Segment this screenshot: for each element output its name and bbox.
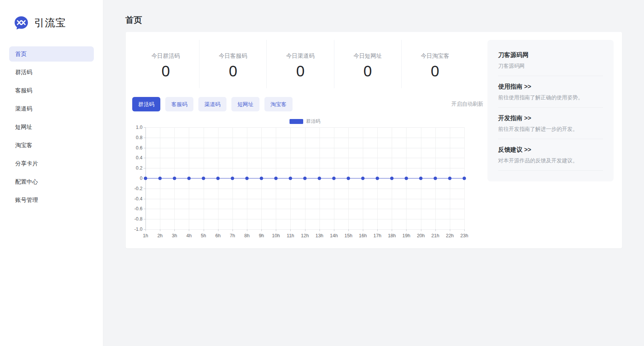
sidebar-item-渠道码[interactable]: 渠道码 <box>9 101 94 116</box>
y-tick-label: 0.6 <box>130 145 142 151</box>
tab-渠道码[interactable]: 渠道码 <box>198 97 226 111</box>
x-tick-label: 18h <box>388 233 396 238</box>
info-section-desc: 刀客源码网 <box>498 63 603 70</box>
data-point <box>216 177 220 180</box>
sidebar-item-配置中心[interactable]: 配置中心 <box>9 174 94 189</box>
x-axis-tick <box>146 229 146 231</box>
x-axis-tick <box>320 229 320 231</box>
data-point <box>173 177 176 180</box>
sidebar-item-分享卡片[interactable]: 分享卡片 <box>9 156 94 171</box>
x-axis-tick <box>334 229 334 231</box>
x-tick-label: 3h <box>172 233 177 238</box>
auto-refresh-toggle[interactable]: 开启自动刷新 <box>451 101 483 108</box>
stat-value: 0 <box>402 63 468 80</box>
x-axis-tick <box>160 229 160 231</box>
stat-card-2: 今日渠道码0 <box>267 40 334 88</box>
main-content: 首页 今日群活码0今日客服码0今日渠道码0今日短网址0今日淘宝客0 群活码客服码… <box>103 0 644 346</box>
info-section-title[interactable]: 开发指南 >> <box>498 114 603 122</box>
dashboard-card: 今日群活码0今日客服码0今日渠道码0今日短网址0今日淘宝客0 群活码客服码渠道码… <box>126 32 622 248</box>
data-point <box>419 177 422 180</box>
x-tick-label: 23h <box>460 233 468 238</box>
sidebar-item-短网址[interactable]: 短网址 <box>9 119 94 135</box>
x-tick-label: 16h <box>359 233 367 238</box>
x-tick-label: 1h <box>143 233 148 238</box>
data-point <box>289 177 292 180</box>
sidebar-item-群活码[interactable]: 群活码 <box>9 65 94 80</box>
x-tick-label: 12h <box>301 233 309 238</box>
data-point <box>434 177 437 180</box>
data-point <box>158 177 162 180</box>
y-tick-label: -0.4 <box>130 196 142 202</box>
sidebar-item-客服码[interactable]: 客服码 <box>9 83 94 98</box>
tab-客服码[interactable]: 客服码 <box>165 97 193 111</box>
x-tick-label: 21h <box>431 233 439 238</box>
x-axis-tick <box>305 229 305 231</box>
chat-bubble-xx-icon <box>14 15 29 30</box>
tab-淘宝客[interactable]: 淘宝客 <box>264 97 293 111</box>
sidebar-item-首页[interactable]: 首页 <box>9 46 94 62</box>
data-point <box>245 177 248 180</box>
y-tick-label: 1.0 <box>130 125 142 130</box>
data-point <box>187 177 191 180</box>
x-axis-tick <box>363 229 363 231</box>
stat-card-4: 今日淘宝客0 <box>402 40 468 88</box>
chart-legend[interactable]: 群活码 <box>146 117 464 125</box>
legend-label: 群活码 <box>306 118 321 125</box>
stats-row: 今日群活码0今日客服码0今日渠道码0今日短网址0今日淘宝客0 <box>132 40 468 88</box>
stat-value: 0 <box>199 63 266 80</box>
sidebar-item-淘宝客[interactable]: 淘宝客 <box>9 138 94 153</box>
stat-label: 今日淘宝客 <box>402 52 468 60</box>
x-axis-tick <box>290 229 291 231</box>
x-tick-label: 14h <box>330 233 338 238</box>
x-axis-tick <box>435 229 436 231</box>
x-axis-tick <box>218 229 218 231</box>
x-tick-label: 20h <box>417 233 425 238</box>
data-point <box>144 177 147 180</box>
data-point <box>448 177 451 180</box>
info-section-desc: 前往使用指南了解正确的使用姿势。 <box>498 94 603 101</box>
data-point <box>405 177 408 180</box>
tab-短网址[interactable]: 短网址 <box>231 97 259 111</box>
page-title: 首页 <box>125 14 142 26</box>
x-tick-label: 11h <box>286 233 294 238</box>
y-tick-label: 0.2 <box>130 165 142 171</box>
y-tick-label: 0.8 <box>130 135 142 140</box>
stat-label: 今日群活码 <box>132 52 199 60</box>
x-tick-label: 5h <box>201 233 206 238</box>
chart: 群活码 1.00.80.60.40.20-0.2-0.4-0.6-0.8-1.0… <box>132 117 483 229</box>
x-tick-label: 2h <box>157 233 163 238</box>
info-section-title[interactable]: 刀客源码网 <box>498 51 603 59</box>
y-tick-label: -0.6 <box>130 206 142 211</box>
brand-logo[interactable]: 引流宝 <box>0 0 103 30</box>
stat-value: 0 <box>267 63 334 80</box>
stat-card-3: 今日短网址0 <box>334 40 402 88</box>
sidebar-item-账号管理[interactable]: 账号管理 <box>9 192 94 208</box>
stat-label: 今日客服码 <box>199 52 266 60</box>
y-tick-label: -1.0 <box>130 227 142 232</box>
x-tick-label: 13h <box>315 233 323 238</box>
x-axis-tick <box>276 229 276 231</box>
x-tick-label: 6h <box>215 233 221 238</box>
x-axis-tick <box>392 229 392 231</box>
data-point <box>260 177 263 180</box>
info-section-title[interactable]: 使用指南 >> <box>498 83 603 91</box>
app-root: 引流宝 首页群活码客服码渠道码短网址淘宝客分享卡片配置中心账号管理 首页 今日群… <box>0 0 644 346</box>
y-tick-label: -0.8 <box>130 216 142 222</box>
brand-name: 引流宝 <box>34 16 66 30</box>
sidebar: 引流宝 首页群活码客服码渠道码短网址淘宝客分享卡片配置中心账号管理 <box>0 0 103 346</box>
data-point <box>376 177 379 180</box>
x-axis-tick <box>247 229 247 231</box>
data-point <box>318 177 321 180</box>
tab-群活码[interactable]: 群活码 <box>132 97 160 111</box>
x-tick-label: 10h <box>272 233 280 238</box>
stat-label: 今日渠道码 <box>267 52 334 60</box>
stat-label: 今日短网址 <box>334 52 401 60</box>
y-tick-label: 0 <box>130 176 142 181</box>
data-point <box>202 177 205 180</box>
x-tick-label: 7h <box>230 233 235 238</box>
x-tick-label: 8h <box>244 233 250 238</box>
info-section-title[interactable]: 反馈建议 >> <box>498 146 603 154</box>
stat-card-1: 今日客服码0 <box>199 40 267 88</box>
data-point <box>390 177 394 180</box>
x-axis-tick <box>421 229 421 231</box>
